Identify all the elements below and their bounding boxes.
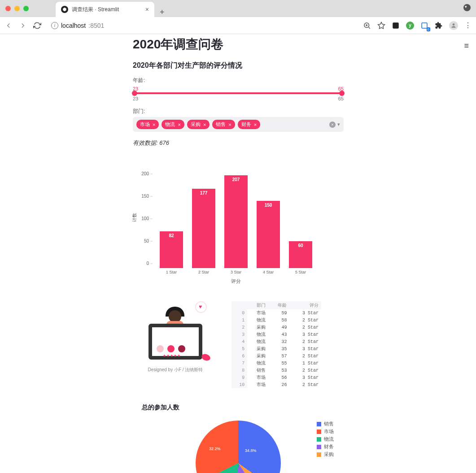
dept-multiselect[interactable]: 市场× 物流× 采购× 销售× 财务× × ▾ bbox=[133, 117, 344, 132]
browser-tab[interactable]: 调查结果 · Streamlit × bbox=[56, 2, 154, 17]
table-row[interactable]: 8销售532 Star bbox=[231, 367, 321, 374]
chart-x-label: 评分 bbox=[155, 278, 317, 285]
tag-remove-icon[interactable]: × bbox=[153, 122, 155, 127]
table-row[interactable]: 10市场262 Star bbox=[231, 381, 321, 388]
svg-point-3 bbox=[453, 23, 455, 26]
bar-value-label: 82 bbox=[160, 233, 183, 238]
url-port: :8501 bbox=[88, 22, 104, 29]
bar-chart: 计数 050100150200 8217720715060 1 Star2 St… bbox=[133, 165, 321, 286]
data-table[interactable]: 部门 年龄 评分 0市场593 Star1物流582 Star2采购492 St… bbox=[231, 301, 321, 388]
table-row[interactable]: 6采购572 Star bbox=[231, 352, 321, 360]
bar-value-label: 150 bbox=[257, 203, 280, 208]
age-slider-label: 年龄: bbox=[133, 77, 344, 84]
chevron-down-icon[interactable]: ▾ bbox=[337, 122, 340, 127]
multiselect-tag[interactable]: 采购× bbox=[187, 120, 210, 129]
age-slider[interactable]: 23 65 23 65 bbox=[133, 86, 344, 101]
page-subheader: 2020年各部门对生产部的评分情况 bbox=[133, 61, 344, 70]
table-row[interactable]: 4物流322 Star bbox=[231, 338, 321, 345]
legend-item: 物流 bbox=[317, 436, 334, 443]
pie-chart-title: 总的参加人数 bbox=[142, 404, 344, 412]
extensions-puzzle-icon[interactable] bbox=[435, 22, 443, 30]
illustration-caption: Designed by 小F / 法纳斯特 bbox=[133, 367, 218, 373]
table-row[interactable]: 2采购492 Star bbox=[231, 324, 321, 331]
browser-menu-icon[interactable]: ⋮ bbox=[464, 21, 472, 30]
legend-item: 财务 bbox=[317, 443, 334, 450]
chart-y-tick: 50 bbox=[144, 239, 149, 243]
site-info-icon[interactable]: i bbox=[51, 22, 58, 29]
bar-value-label: 177 bbox=[192, 191, 215, 195]
extension-badge: 0 bbox=[427, 27, 430, 31]
extension-icon-1[interactable] bbox=[392, 22, 400, 30]
chart-bar: 207 bbox=[224, 175, 248, 268]
tag-remove-icon[interactable]: × bbox=[178, 122, 180, 127]
table-row[interactable]: 5采购353 Star bbox=[231, 345, 321, 352]
chart-bar: 82 bbox=[160, 231, 183, 268]
reload-button[interactable] bbox=[33, 22, 41, 30]
pie-legend: 销售市场物流财务采购 bbox=[317, 421, 334, 473]
tag-remove-icon[interactable]: × bbox=[254, 122, 257, 127]
dept-multiselect-label: 部门: bbox=[133, 108, 344, 115]
forward-button[interactable] bbox=[19, 22, 27, 30]
chart-y-tick: 0 bbox=[146, 261, 149, 266]
legend-item: 采购 bbox=[317, 451, 334, 458]
chart-x-tick: 1 Star bbox=[159, 270, 184, 274]
window-maximize-button[interactable] bbox=[23, 6, 29, 11]
slider-max: 65 bbox=[338, 96, 344, 101]
valid-data-text: 有效数据: 676 bbox=[133, 139, 344, 147]
window-close-button[interactable] bbox=[5, 6, 11, 11]
extension-icon-3[interactable]: 0 bbox=[420, 22, 428, 30]
pie-chart: 34.8% 5.77% 10.2% 17% 32.2% bbox=[196, 421, 281, 473]
window-minimize-button[interactable] bbox=[14, 6, 20, 11]
extension-icon-2[interactable]: y bbox=[406, 22, 414, 30]
window-title-bar: 调查结果 · Streamlit × + bbox=[0, 0, 476, 17]
svg-rect-1 bbox=[393, 22, 399, 29]
multiselect-tag[interactable]: 物流× bbox=[162, 120, 184, 129]
slider-min: 23 bbox=[133, 96, 138, 101]
account-menu-icon[interactable] bbox=[463, 4, 471, 11]
bookmark-star-icon[interactable] bbox=[377, 22, 385, 30]
multiselect-tag[interactable]: 销售× bbox=[212, 120, 235, 129]
table-header: 部门 bbox=[247, 301, 268, 309]
tab-title: 调查结果 · Streamlit bbox=[72, 6, 119, 13]
table-row[interactable]: 1物流582 Star bbox=[231, 317, 321, 324]
multiselect-tag[interactable]: 财务× bbox=[238, 120, 260, 129]
chart-x-tick: 3 Star bbox=[223, 270, 249, 274]
address-bar[interactable]: i localhost:8501 bbox=[48, 20, 357, 31]
chart-bar: 150 bbox=[257, 201, 280, 268]
table-row[interactable]: 9市场563 Star bbox=[231, 374, 321, 381]
multiselect-clear-icon[interactable]: × bbox=[329, 122, 336, 128]
zoom-icon[interactable] bbox=[363, 22, 371, 30]
browser-toolbar: i localhost:8501 y 0 ⋮ bbox=[0, 17, 476, 34]
page-title: 2020年调查问卷 bbox=[133, 34, 344, 53]
streamlit-menu-icon[interactable]: ≡ bbox=[464, 41, 469, 51]
url-host: localhost bbox=[61, 22, 86, 29]
tag-remove-icon[interactable]: × bbox=[228, 122, 231, 127]
tag-remove-icon[interactable]: × bbox=[203, 122, 206, 127]
chart-y-tick: 200 bbox=[141, 171, 149, 176]
slider-thumb-right[interactable] bbox=[339, 91, 345, 96]
pie-slice-label: 34.8% bbox=[245, 448, 257, 453]
legend-item: 市场 bbox=[317, 428, 334, 435]
bar-value-label: 207 bbox=[224, 177, 248, 182]
multiselect-tag[interactable]: 市场× bbox=[136, 120, 159, 129]
tab-favicon-icon bbox=[61, 6, 68, 13]
chart-y-tick: 150 bbox=[141, 194, 149, 199]
legend-item: 销售 bbox=[317, 421, 334, 427]
chart-x-tick: 4 Star bbox=[256, 270, 281, 274]
survey-illustration: ★★★★★ bbox=[135, 301, 216, 364]
chart-x-tick: 2 Star bbox=[191, 270, 216, 274]
profile-avatar-icon[interactable] bbox=[449, 21, 458, 30]
svg-rect-2 bbox=[422, 23, 427, 28]
slider-thumb-left[interactable] bbox=[132, 91, 137, 96]
bar-value-label: 60 bbox=[289, 243, 312, 248]
table-row[interactable]: 0市场593 Star bbox=[231, 309, 321, 317]
table-row[interactable]: 7物流551 Star bbox=[231, 360, 321, 367]
new-tab-button[interactable]: + bbox=[160, 8, 165, 17]
table-header: 年龄 bbox=[268, 301, 289, 309]
back-button[interactable] bbox=[4, 22, 13, 30]
tab-close-icon[interactable]: × bbox=[145, 6, 149, 13]
table-row[interactable]: 3物流433 Star bbox=[231, 331, 321, 338]
chart-bar: 60 bbox=[289, 241, 312, 268]
chart-y-tick: 100 bbox=[141, 216, 149, 221]
chart-bar: 177 bbox=[192, 189, 215, 268]
